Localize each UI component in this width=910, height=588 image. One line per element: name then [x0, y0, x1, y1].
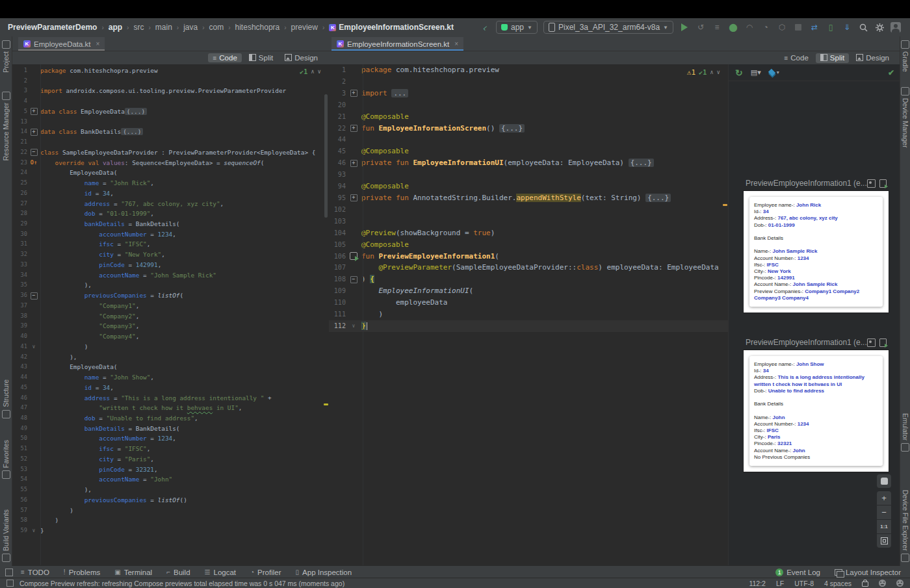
debug-button[interactable]: ⬤ [728, 22, 738, 32]
code-text[interactable]: import ... [361, 88, 728, 99]
stripe-item-favorites[interactable]: Favorites [0, 440, 12, 479]
warning-stripe-mark[interactable] [324, 403, 328, 405]
code-text[interactable]: id = 34, [40, 383, 329, 393]
code-text[interactable]: address = "This is a long address intent… [40, 393, 329, 403]
toolwindow-todo[interactable]: ≡TODO [21, 569, 49, 576]
code-line[interactable]: 42), [12, 352, 329, 363]
code-text[interactable]: } [40, 526, 329, 536]
code-text[interactable]: name = "John Rick", [40, 178, 329, 188]
apply-changes-icon[interactable]: ↺ [696, 22, 706, 32]
code-line[interactable]: 1package com.hiteshchopra.preview [329, 64, 728, 76]
code-text[interactable] [361, 134, 728, 146]
toolwindow-build[interactable]: ⌐Build [166, 569, 190, 576]
code-text[interactable]: pinCode = 32321, [40, 465, 329, 475]
code-text[interactable]: private fun EmployeeInformationUI(employ… [361, 157, 728, 169]
code-text[interactable] [40, 96, 329, 107]
code-text[interactable]: ) [40, 505, 329, 516]
code-text[interactable]: @Composable [361, 111, 728, 123]
code-line[interactable]: 108−) { [329, 274, 728, 285]
code-text[interactable]: "Company4", [40, 331, 329, 342]
avatar[interactable] [890, 22, 901, 32]
code-text[interactable]: city = "New York", [40, 249, 329, 260]
code-line[interactable]: 21@Composable [329, 111, 728, 123]
run-configuration-select[interactable]: app ▼ [496, 21, 538, 34]
breadcrumb-item[interactable]: hiteshchopra [235, 23, 280, 32]
toolwindow-problems[interactable]: !Problems [64, 569, 100, 576]
code-text[interactable]: ) { [361, 274, 728, 285]
code-line[interactable]: 27address = "767, abc colony, xyz city", [12, 199, 329, 209]
toolwindow-terminal[interactable]: ▣Terminal [114, 569, 152, 576]
code-text[interactable] [361, 76, 728, 88]
code-text[interactable]: city = "Paris", [40, 454, 329, 465]
search-icon[interactable] [858, 22, 868, 32]
code-text[interactable] [361, 204, 728, 216]
stop-button[interactable] [793, 22, 803, 32]
refresh-preview-icon[interactable]: ↻ [735, 68, 743, 78]
code-line[interactable]: 55), [12, 485, 329, 495]
right-code-editor[interactable]: ⚠1✔1∧∨ 1package com.hiteshchopra.preview… [329, 64, 729, 566]
code-line[interactable]: 3import androidx.compose.ui.tooling.prev… [12, 86, 329, 96]
code-text[interactable]: ), [40, 280, 329, 290]
fold-expand-icon[interactable]: + [350, 90, 358, 97]
code-line[interactable]: 14+data class BankDetails(...) [12, 127, 329, 137]
toolwindow-logcat[interactable]: ☰Logcat [205, 569, 237, 576]
code-text[interactable]: EmployeeInformationUI( [361, 285, 728, 297]
code-line[interactable]: 41∨) [12, 342, 329, 352]
code-text[interactable]: pinCode = 142991, [40, 260, 329, 270]
breadcrumb-item[interactable]: KEmployeeInformationScreen.kt [329, 23, 454, 32]
code-line[interactable]: 102 [329, 204, 728, 216]
code-text[interactable]: "Company2", [40, 311, 329, 322]
code-line[interactable]: 26id = 34, [12, 188, 329, 199]
view-options-icon[interactable]: ▤▾ [751, 68, 761, 77]
fold-expand-icon[interactable]: + [350, 160, 358, 167]
breadcrumb-item[interactable]: preview [291, 23, 318, 32]
code-line[interactable]: 105@Composable [329, 239, 728, 251]
tab-employeeinformationscreen-kt[interactable]: K EmployeeInformationScreen.kt × [332, 37, 463, 51]
breadcrumb-item[interactable]: main [155, 23, 172, 32]
layout-inspector-button[interactable]: Layout Inspector [835, 569, 901, 576]
stripe-item-build-variants[interactable]: Build Variants [0, 509, 12, 562]
mode-design[interactable]: Design [280, 53, 322, 63]
code-text[interactable] [361, 169, 728, 181]
code-text[interactable]: data class EmployeeData(...) [40, 107, 329, 117]
stripe-item-device-file-explorer[interactable]: Device File Explorer [900, 490, 910, 562]
fold-end-icon[interactable]: ∨ [32, 342, 36, 352]
code-text[interactable]: address = "767, abc colony, xyz city", [40, 199, 329, 209]
code-line[interactable]: 40"Company4", [12, 331, 329, 342]
code-text[interactable] [361, 216, 728, 227]
preview-image-icon[interactable] [867, 179, 876, 188]
code-line[interactable]: 24EmployeeData( [12, 168, 329, 178]
run-preview-gutter-icon[interactable] [350, 252, 358, 260]
code-line[interactable]: 93 [329, 169, 728, 181]
code-line[interactable]: 45@Composable [329, 146, 728, 157]
code-text[interactable] [40, 76, 329, 86]
apply-code-changes-icon[interactable]: ≡ [712, 22, 722, 32]
left-code-editor[interactable]: ✔1∧∨ 1package com.hiteshchopra.preview23… [12, 64, 329, 566]
toolwindow-profiler[interactable]: ◔Profiler [250, 569, 281, 576]
code-line[interactable]: 23O↑override val values: Sequence<Employ… [12, 158, 329, 168]
code-line[interactable]: 39"Company3", [12, 321, 329, 331]
code-text[interactable]: dob = "01-01-1999", [40, 209, 329, 219]
code-line[interactable]: 38"Company2", [12, 311, 329, 322]
code-line[interactable]: 110employeeData [329, 297, 728, 309]
file-encoding[interactable]: UTF-8 [794, 580, 814, 587]
layers-icon[interactable]: ▾ [769, 70, 779, 75]
stripe-item-device-manager[interactable]: Device Manager [900, 87, 910, 147]
code-line[interactable]: 3+import ... [329, 88, 728, 99]
fold-collapse-icon[interactable]: − [31, 149, 38, 156]
build-hammer-icon[interactable]: ⌐ [478, 20, 493, 35]
code-line[interactable]: 46+private fun EmployeeInformationUI(emp… [329, 157, 728, 169]
code-text[interactable]: "Company1", [40, 301, 329, 311]
code-text[interactable]: fun EmployeeInformationScreen() {...} [361, 123, 728, 134]
code-line[interactable]: 2 [329, 76, 728, 88]
run-on-device-icon[interactable] [879, 339, 887, 347]
settings-icon[interactable] [874, 22, 885, 32]
code-line[interactable]: 4 [12, 96, 329, 107]
code-line[interactable]: 22−class SampleEmployeeDataProvider : Pr… [12, 147, 329, 158]
code-line[interactable]: 57) [12, 505, 329, 516]
code-text[interactable]: name = "John Show", [40, 372, 329, 383]
code-text[interactable]: @PreviewParameter(SampleEmployeeDataProv… [361, 262, 728, 274]
stripe-item-structure[interactable]: Structure [0, 379, 12, 418]
code-line[interactable]: 104@Preview(showBackground = true) [329, 227, 728, 239]
run-button[interactable] [679, 22, 690, 32]
